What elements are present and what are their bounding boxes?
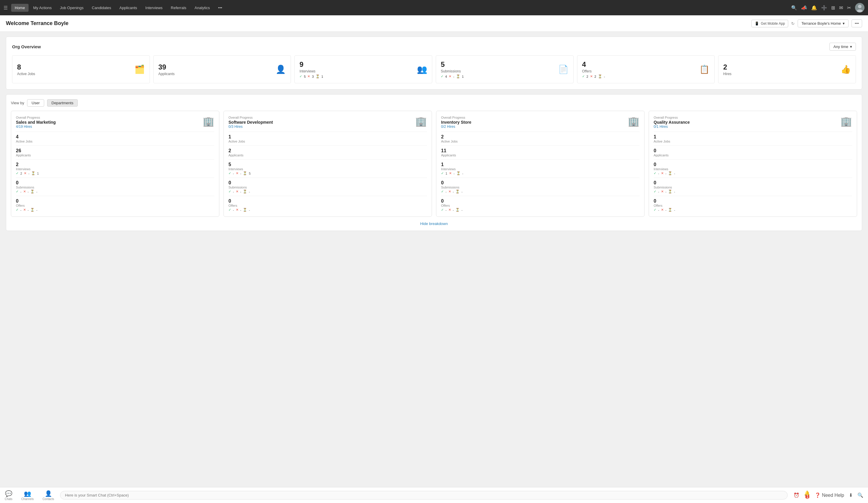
is-interviews-number: 1 [441, 162, 640, 167]
qa-offers-number: 0 [654, 198, 852, 204]
hide-breakdown-link[interactable]: Hide breakdown [11, 222, 857, 226]
nav-item-interviews[interactable]: Interviews [142, 4, 166, 12]
main-content: Org Overview Any time ▾ 8 Active Jobs 🗂️… [0, 32, 868, 236]
submissions-cross-icon: ✕ [449, 74, 451, 78]
interviews-hourglass-icon: ⏳ [316, 74, 320, 78]
dept-cards-row: Overall Progress Sales and Marketing 4/1… [11, 111, 857, 217]
offers-number: 4 [582, 60, 605, 69]
is-active-jobs-number: 2 [441, 134, 640, 140]
dept-progress-label-sm: Overall Progress [16, 116, 56, 119]
stat-card-hires[interactable]: 2 Hires 👍 [718, 55, 856, 83]
hires-icon: 👍 [841, 64, 851, 74]
active-jobs-icon: 🗂️ [135, 64, 145, 74]
hires-label: Hires [723, 72, 731, 76]
bell-icon[interactable]: 🔔 [811, 5, 817, 11]
svg-point-1 [858, 5, 861, 8]
submissions-hourglass-val: 1 [462, 75, 464, 78]
qa-active-jobs-number: 1 [654, 134, 852, 140]
plus-icon[interactable]: ➕ [821, 5, 827, 11]
dept-name-sm: Sales and Marketing [16, 120, 56, 125]
active-jobs-label: Active Jobs [17, 72, 35, 76]
hamburger-menu-icon[interactable]: ☰ [3, 5, 8, 11]
org-overview-title: Org Overview [12, 44, 41, 49]
submissions-label: Submissions [441, 69, 464, 73]
breakdown-card: View by User Departments Overall Progres… [6, 94, 862, 231]
sd-applicants-label: Applicants [228, 153, 427, 157]
top-navigation: ☰ Home My Actions Job Openings Candidate… [0, 0, 868, 15]
dept-name-is: Inventory Store [441, 120, 472, 125]
stat-card-offers[interactable]: 4 Offers ✓ 2 ✕ 2 ⏳ - 📋 [577, 55, 715, 83]
mail-icon[interactable]: ✉ [839, 5, 843, 11]
is-offers-number: 0 [441, 198, 640, 204]
stats-row: 8 Active Jobs 🗂️ 39 Applicants 👤 9 Inter… [12, 55, 856, 83]
mobile-icon: 📱 [755, 21, 759, 25]
sd-submissions-number: 0 [228, 180, 427, 186]
nav-item-applicants[interactable]: Applicants [116, 4, 141, 12]
submissions-number: 5 [441, 60, 464, 69]
settings-icon[interactable]: ✂ [847, 5, 851, 11]
sd-offers-label: Offers [228, 204, 427, 207]
nav-item-analytics[interactable]: Analytics [191, 4, 214, 12]
org-overview-card: Org Overview Any time ▾ 8 Active Jobs 🗂️… [6, 37, 862, 90]
stat-card-submissions[interactable]: 5 Submissions ✓ 4 ✕ - ⏳ 1 📄 [436, 55, 574, 83]
search-icon[interactable]: 🔍 [791, 5, 797, 11]
is-submissions-label: Submissions [441, 186, 640, 189]
nav-item-candidates[interactable]: Candidates [88, 4, 115, 12]
qa-applicants-label: Applicants [654, 153, 852, 157]
dept-hires-sm[interactable]: 4/19 Hires [16, 125, 56, 129]
dept-hires-qa[interactable]: 0/1 Hires [654, 125, 690, 129]
qa-applicants-number: 0 [654, 148, 852, 153]
home-selector-button[interactable]: Terrance Boyle's Home ▾ [798, 19, 849, 27]
chevron-down-icon: ▾ [843, 21, 845, 25]
stat-card-applicants[interactable]: 39 Applicants 👤 [153, 55, 291, 83]
sd-submissions-label: Submissions [228, 186, 427, 189]
sd-active-jobs-label: Active Jobs [228, 140, 427, 143]
dept-hires-is[interactable]: 0/2 Hires [441, 125, 472, 129]
dept-building-icon-is: 🏢 [628, 116, 640, 127]
sm-submissions-number: 0 [16, 180, 214, 186]
sm-interviews-label: Interviews [16, 167, 214, 171]
dept-card-inventory-store: Overall Progress Inventory Store 0/2 Hir… [436, 111, 644, 217]
interviews-check-icon: ✓ [299, 74, 302, 78]
dept-progress-label-is: Overall Progress [441, 116, 472, 119]
dept-name-qa: Quality Assurance [654, 120, 690, 125]
get-mobile-app-button[interactable]: 📱 Get Mobile App [751, 20, 788, 27]
offers-check-icon: ✓ [582, 74, 585, 78]
sm-interviews-check-icon: ✓ [16, 171, 19, 175]
nav-more-button[interactable]: ••• [215, 4, 226, 12]
is-applicants-number: 11 [441, 148, 640, 153]
user-avatar[interactable] [855, 3, 865, 12]
qa-active-jobs-label: Active Jobs [654, 140, 852, 143]
stat-card-interviews[interactable]: 9 Interviews ✓ 5 ✕ 3 ⏳ 1 👥 [294, 55, 432, 83]
sm-interviews-cross-icon: ✕ [24, 171, 27, 175]
grid-icon[interactable]: ⊞ [831, 5, 835, 11]
nav-item-my-actions[interactable]: My Actions [30, 4, 55, 12]
offers-hourglass-val: - [604, 75, 605, 78]
dept-card-software-dev: Overall Progress Software Development 0/… [224, 111, 432, 217]
offers-label: Offers [582, 69, 605, 73]
qa-interviews-label: Interviews [654, 167, 852, 171]
offers-icon: 📋 [699, 64, 710, 74]
sm-applicants-label: Applicants [16, 153, 214, 157]
stat-card-active-jobs[interactable]: 8 Active Jobs 🗂️ [12, 55, 150, 83]
dept-card-quality-assurance: Overall Progress Quality Assurance 0/1 H… [649, 111, 857, 217]
dept-hires-sd[interactable]: 0/3 Hires [228, 125, 273, 129]
view-by-user-button[interactable]: User [27, 99, 44, 106]
header-bar: Welcome Terrance Boyle 📱 Get Mobile App … [0, 15, 868, 32]
any-time-filter-button[interactable]: Any time ▾ [829, 43, 856, 51]
qa-interviews-number: 0 [654, 162, 852, 167]
refresh-icon[interactable]: ↻ [791, 21, 795, 26]
dept-card-sales-marketing: Overall Progress Sales and Marketing 4/1… [11, 111, 219, 217]
nav-item-job-openings[interactable]: Job Openings [56, 4, 87, 12]
sm-interviews-cross-val: - [28, 172, 29, 175]
sm-interviews-check-val: 2 [20, 172, 22, 175]
nav-item-referrals[interactable]: Referrals [167, 4, 190, 12]
header-more-button[interactable]: ••• [851, 19, 862, 27]
hires-number: 2 [723, 63, 731, 71]
view-by-departments-button[interactable]: Departments [47, 99, 78, 106]
is-submissions-number: 0 [441, 180, 640, 186]
dept-progress-label-qa: Overall Progress [654, 116, 690, 119]
nav-item-home[interactable]: Home [11, 4, 29, 12]
megaphone-icon[interactable]: 📣 [801, 5, 807, 11]
interviews-hourglass-val: 1 [321, 75, 323, 78]
